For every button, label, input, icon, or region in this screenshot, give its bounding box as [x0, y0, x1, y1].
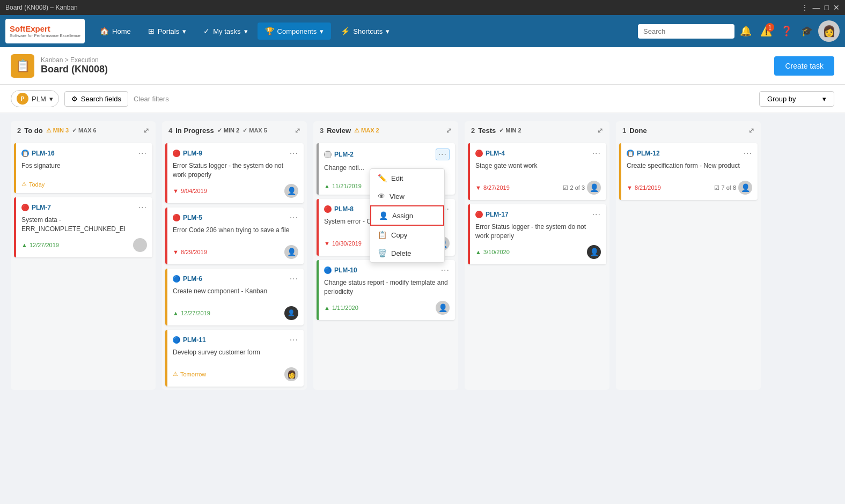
view-icon: 👁	[378, 192, 385, 201]
chevron-down-icon: ▾	[182, 27, 186, 35]
plm-avatar: P	[17, 93, 28, 105]
alert-badge: 1	[766, 23, 774, 32]
card-menu-button[interactable]: ···	[138, 149, 147, 158]
card-menu-button[interactable]: ···	[592, 149, 601, 158]
card-date: ▲ 1/11/2020	[324, 305, 358, 311]
down-icon: ▼	[173, 249, 179, 255]
column-done-header: 1 Done ⤢	[616, 121, 761, 140]
card-menu-button[interactable]: ···	[290, 149, 298, 158]
chevron-down-icon: ▾	[822, 95, 826, 103]
column-tests-badges: ✓ MIN 2	[499, 127, 521, 134]
logo-subtitle: Software for Performance Excellence	[10, 34, 80, 38]
window-title: Board (KN008) – Kanban	[5, 4, 78, 11]
context-menu-copy[interactable]: 📋 Copy	[370, 226, 444, 244]
card-plm11: 🔵 PLM-11 ··· Develop survey customer for…	[165, 330, 304, 387]
components-button[interactable]: 🏆 Components ▾	[258, 23, 332, 40]
assign-icon: 👤	[379, 211, 388, 220]
card-menu-button[interactable]: ···	[290, 274, 298, 284]
column-inprogress-cards: 🚫 PLM-9 ··· Error Status logger - the sy…	[162, 140, 307, 390]
up-icon: ▲	[173, 310, 179, 316]
minimize-icon[interactable]: —	[813, 3, 820, 12]
card-title: Develop survey customer form	[173, 348, 298, 363]
column-inprogress: 4 In Progress ✓ MIN 2 ✓ MAX 5 ⤢ 🚫 PLM-9	[162, 121, 307, 390]
column-inprogress-expand[interactable]: ⤢	[295, 127, 300, 135]
status-icon: 📋	[21, 150, 29, 157]
context-menu-delete[interactable]: 🗑️ Delete	[370, 244, 444, 262]
home-button[interactable]: 🏠 Home	[92, 23, 138, 40]
status-icon: 📋	[627, 150, 634, 157]
up-icon: ▲	[21, 242, 27, 248]
components-icon: 🏆	[265, 27, 274, 35]
warning-icon: ⚠	[173, 370, 178, 377]
card-plm5: 🚫 PLM-5 ··· Error Code 206 when trying t…	[165, 207, 304, 264]
card-title: Error Status logger - the system do not …	[475, 223, 601, 241]
card-id: 🚫 PLM-4	[475, 150, 505, 157]
plm-filter[interactable]: P PLM ▾	[11, 90, 59, 107]
window-controls: ⋮ — □ ✕	[801, 3, 840, 12]
status-icon: 🚫	[475, 150, 483, 157]
maximize-icon[interactable]: □	[825, 3, 829, 12]
column-tests: 2 Tests ✓ MIN 2 ⤢ 🚫 PLM-4 ···	[465, 121, 609, 390]
context-menu-assign[interactable]: 👤 Assign	[370, 205, 444, 226]
status-icon: 🚫	[21, 204, 29, 211]
portals-button[interactable]: ⊞ Portals ▾	[141, 23, 194, 40]
card-avatar: 👤	[436, 301, 450, 315]
close-icon[interactable]: ✕	[833, 3, 840, 12]
card-menu-button[interactable]: ···	[744, 149, 752, 158]
my-tasks-button[interactable]: ✓ My tasks ▾	[196, 23, 255, 40]
card-title: Change status report - modify template a…	[324, 278, 450, 297]
search-fields-button[interactable]: ⚙ Search fields	[64, 91, 128, 107]
shortcuts-button[interactable]: ⚡ Shortcuts ▾	[333, 23, 397, 40]
column-review-expand[interactable]: ⤢	[446, 127, 452, 135]
card-date: ▼ 9/04/2019	[173, 188, 207, 194]
card-id: 🔵 PLM-10	[324, 266, 357, 274]
card-plm12: 📋 PLM-12 ··· Create specification form -…	[619, 143, 758, 200]
card-menu-button[interactable]: ···	[592, 210, 601, 219]
column-todo-cards: 📋 PLM-16 ··· Fos signature ⚠ Today	[11, 140, 156, 261]
card-plm17: 🚫 PLM-17 ··· Error Status logger - the s…	[468, 204, 606, 264]
card-menu-button[interactable]: ···	[290, 335, 298, 345]
chevron-down-icon: ▾	[386, 27, 390, 35]
chevron-down-icon: ▾	[320, 27, 324, 35]
card-menu-button[interactable]: ···	[441, 265, 450, 275]
column-tests-expand[interactable]: ⤢	[597, 127, 603, 135]
column-inprogress-header: 4 In Progress ✓ MIN 2 ✓ MAX 5 ⤢	[162, 121, 307, 140]
academy-button[interactable]: 🎓	[798, 22, 816, 40]
breadcrumb: Kanban > Execution	[41, 56, 108, 64]
clear-filters-button[interactable]: Clear filters	[134, 95, 169, 103]
user-avatar[interactable]: 👩	[818, 20, 840, 42]
context-menu-edit[interactable]: ✏️ Edit	[370, 169, 444, 187]
checklist-count: ☑ 7 of 8	[714, 184, 736, 191]
card-id: 📋 PLM-16	[21, 150, 55, 157]
column-review-header: 3 Review ⚠ MAX 2 ⤢	[313, 121, 458, 140]
search-input[interactable]	[638, 24, 734, 39]
title-bar: Board (KN008) – Kanban ⋮ — □ ✕	[0, 0, 845, 15]
logo-text: SoftExpert	[10, 25, 80, 33]
card-title: Error Status logger - the system do not …	[173, 161, 298, 180]
notifications-button[interactable]: 🔔	[737, 22, 755, 40]
card-title: Error Code 206 when trying to save a fil…	[173, 226, 298, 241]
group-by-button[interactable]: Group by ▾	[759, 91, 834, 107]
column-review-badges: ⚠ MAX 2	[354, 127, 379, 134]
card-id: 📋 PLM-12	[627, 150, 660, 157]
warning-icon: ⚠	[21, 181, 27, 188]
card-menu-button[interactable]: ···	[290, 213, 298, 223]
delete-icon: 🗑️	[378, 249, 387, 257]
context-menu: ✏️ Edit 👁 View 👤 Assign 📋 Copy 🗑️	[370, 168, 445, 263]
card-id: 🚫 PLM-7	[21, 204, 51, 211]
card-id: 🚫 PLM-17	[475, 211, 509, 218]
alerts-button[interactable]: ⚠️ 1	[757, 22, 775, 40]
context-menu-view[interactable]: 👁 View	[370, 187, 444, 205]
create-task-button[interactable]: Create task	[774, 56, 834, 76]
help-button[interactable]: ❓	[777, 22, 796, 40]
up-icon: ▲	[324, 183, 330, 189]
down-icon: ▼	[627, 184, 633, 191]
status-icon: 🔵	[173, 275, 180, 283]
column-todo-expand[interactable]: ⤢	[143, 127, 149, 135]
column-done-expand[interactable]: ⤢	[748, 127, 754, 135]
menu-icon[interactable]: ⋮	[801, 3, 809, 12]
card-plm4: 🚫 PLM-4 ··· Stage gate wont work ▼ 8/27/…	[468, 143, 606, 200]
card-title: System data - ERR_INCOMPLETE_CHUNKED_EI	[21, 216, 147, 234]
card-menu-button[interactable]: ···	[436, 149, 450, 160]
card-menu-button[interactable]: ···	[138, 203, 147, 212]
